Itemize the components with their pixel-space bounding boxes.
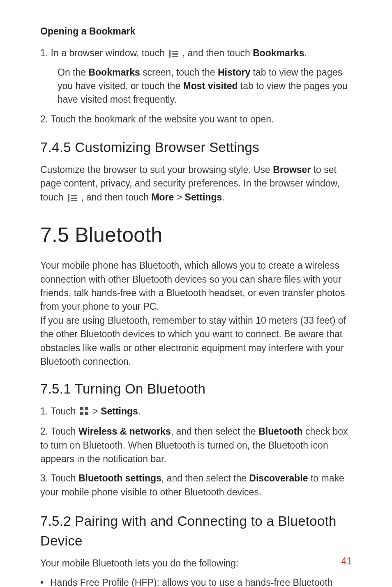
t: screen, touch the [140,67,218,78]
menu-icon [68,192,77,205]
svg-rect-4 [68,194,69,202]
t: > [90,406,101,417]
heading-75: 7.5 Bluetooth [40,220,352,250]
apps-icon [80,405,88,419]
svg-rect-3 [172,56,178,57]
svg-rect-10 [80,412,83,415]
svg-rect-7 [71,200,77,201]
svg-rect-6 [71,198,77,199]
t: . [222,192,224,203]
t: 3. Touch [40,473,78,483]
t: > [174,192,184,203]
bookmarks-label: Bookmarks [253,48,304,58]
svg-rect-2 [172,53,178,55]
bullet-text: Hands Free Profile (HFP): allows you to … [40,577,333,587]
t: On the [58,67,88,78]
t: , and then touch [78,192,152,203]
t: Customize the browser to suit your brows… [40,164,273,175]
heading-opening-bookmark: Opening a Bookmark [40,25,352,38]
t: 1. Touch [40,406,78,417]
settings-bold-2: Settings [101,406,138,417]
step-751-1: 1. Touch > Settings. [40,405,352,419]
bookmarks-bold: Bookmarks [88,67,140,78]
para-75: Your mobile phone has Bluetooth, which a… [40,259,352,368]
step-2: 2. Touch the bookmark of the website you… [40,113,352,126]
t: . [138,406,141,417]
step-1-text-b: , and then touch [180,48,253,58]
svg-rect-1 [172,51,178,52]
svg-rect-11 [85,412,88,415]
step-1-text-c: . [304,48,307,58]
heading-745: 7.4.5 Customizing Browser Settings [40,138,352,157]
t: , and then select the [171,426,259,437]
step-1-detail: On the Bookmarks screen, touch the Histo… [40,66,352,107]
para-745: Customize the browser to suit your brows… [40,163,352,205]
step-1: 1. In a browser window, touch , and then… [40,46,352,61]
para-752: Your mobile Bluetooth lets you do the fo… [40,557,352,570]
menu-icon [169,48,178,61]
t: , and then select the [161,473,249,483]
more-bold: More [151,192,174,203]
most-visited-bold: Most visited [183,81,238,91]
browser-bold: Browser [273,164,311,175]
wireless-networks-bold: Wireless & networks [78,426,171,437]
step-751-2: 2. Touch Wireless & networks, and then s… [40,425,352,466]
bluetooth-bold: Bluetooth [258,426,302,437]
svg-rect-8 [80,407,83,410]
step-1-text-a: 1. In a browser window, touch [40,48,167,58]
heading-752: 7.5.2 Pairing with and Connecting to a B… [40,511,352,551]
bluetooth-settings-bold: Bluetooth settings [78,473,161,483]
step-751-3: 3. Touch Bluetooth settings, and then se… [40,472,352,499]
heading-751: 7.5.1 Turning On Bluetooth [40,379,352,399]
discoverable-bold: Discoverable [249,473,308,483]
history-bold: History [218,67,250,78]
svg-rect-0 [169,50,171,58]
svg-rect-9 [85,407,88,410]
bullet-hfp: •Hands Free Profile (HFP): allows you to… [40,576,352,587]
svg-rect-5 [71,195,77,196]
page-number: 41 [341,555,352,568]
settings-bold: Settings [185,192,222,203]
bullet-icon: • [40,576,50,587]
t: 2. Touch [40,426,78,437]
